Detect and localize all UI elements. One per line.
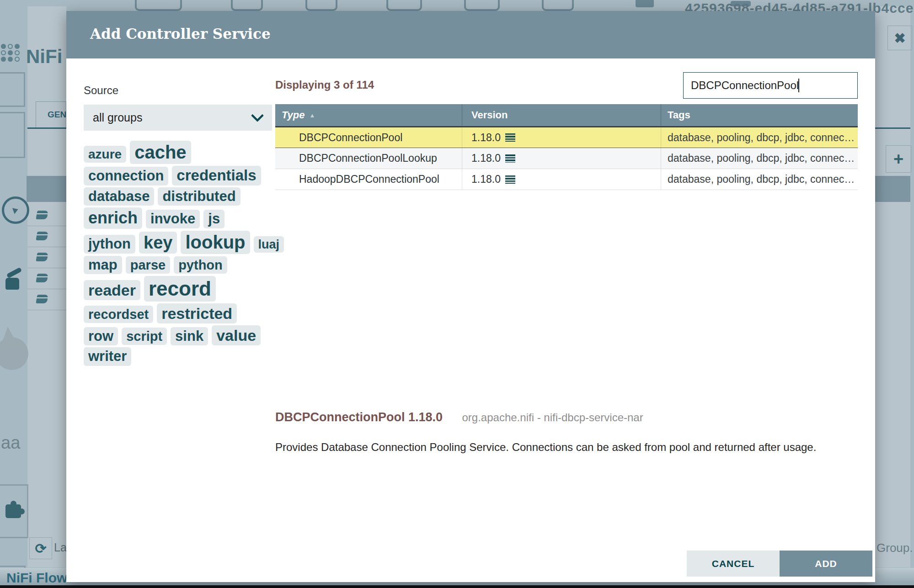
detail-description: Provides Database Connection Pooling Ser… bbox=[275, 441, 858, 454]
tab-underline bbox=[27, 127, 66, 129]
text-caret bbox=[798, 79, 799, 92]
processor-toolbar-icon bbox=[135, 0, 182, 11]
tag-row: writer bbox=[84, 346, 280, 367]
column-header-tags[interactable]: Tags bbox=[661, 104, 858, 126]
tag-chip[interactable]: map bbox=[84, 256, 122, 275]
tag-chip[interactable]: cache bbox=[130, 141, 191, 164]
tag-chip[interactable]: database bbox=[84, 187, 154, 206]
tag-chip[interactable]: recordset bbox=[84, 306, 153, 323]
hand-icon bbox=[5, 270, 24, 290]
tag-chip[interactable]: js bbox=[203, 210, 224, 228]
canvas-shape bbox=[0, 72, 25, 107]
tag-chip[interactable]: connection bbox=[84, 167, 168, 185]
tag-row: enrichinvokejs bbox=[84, 207, 280, 229]
dialog-title: Add Controller Service bbox=[66, 11, 875, 42]
tag-chip[interactable]: restricted bbox=[157, 303, 237, 323]
row-divider bbox=[27, 226, 66, 226]
tag-chip[interactable]: credentials bbox=[172, 166, 261, 185]
row-divider bbox=[27, 247, 66, 247]
puzzle-icon bbox=[5, 504, 21, 518]
detail-head: DBCPConnectionPool 1.18.0 org.apache.nif… bbox=[275, 410, 858, 424]
extension-box bbox=[0, 484, 28, 538]
table-row[interactable]: DBCPConnectionPoolLookup 1.18.0 database… bbox=[275, 148, 858, 169]
cancel-button[interactable]: CANCEL bbox=[687, 551, 780, 577]
table-row[interactable]: DBCPConnectionPool 1.18.0 database, pool… bbox=[275, 127, 858, 148]
tag-row: azurecache bbox=[84, 140, 280, 165]
source-select[interactable]: all groups bbox=[84, 105, 272, 131]
table-row[interactable]: HadoopDBCPConnectionPool 1.18.0 database… bbox=[275, 169, 858, 190]
background-panel-right bbox=[875, 6, 910, 567]
add-controller-service-dialog: Add Controller Service Source all groups… bbox=[66, 11, 875, 582]
tag-row: recordsetrestricted bbox=[84, 302, 280, 324]
cell-type: DBCPConnectionPoolLookup bbox=[275, 148, 462, 169]
tag-chip[interactable]: sink bbox=[171, 327, 208, 346]
result-count: Displaying 3 of 114 bbox=[275, 79, 374, 91]
tag-chip[interactable]: lookup bbox=[181, 231, 250, 254]
cell-tags: database, pooling, dbcp, jdbc, connec… bbox=[661, 169, 858, 190]
tag-chip[interactable]: row bbox=[84, 327, 118, 346]
tag-row: rowscriptsinkvalue bbox=[84, 324, 280, 347]
dialog-body: Source all groups azurecacheconnectioncr… bbox=[66, 58, 875, 582]
tag-chip[interactable]: script bbox=[122, 328, 167, 345]
row-divider bbox=[27, 310, 66, 310]
tab-general-background: GEN bbox=[36, 101, 66, 127]
canvas-shape bbox=[0, 112, 25, 158]
tag-chip[interactable]: parse bbox=[126, 256, 170, 274]
service-detail: DBCPConnectionPool 1.18.0 org.apache.nif… bbox=[275, 410, 858, 454]
tag-row: mapparsepython bbox=[84, 255, 280, 275]
nifi-app: 42593698-ed45-4d85-a791-lb4cce575a55 NiF… bbox=[0, 0, 914, 588]
tag-chip[interactable]: luaj bbox=[254, 236, 284, 253]
dialog-buttons: CANCEL ADD bbox=[687, 551, 872, 577]
tag-chip[interactable]: value bbox=[212, 325, 261, 345]
background-table-header bbox=[27, 176, 66, 202]
cell-version: 1.18.0 bbox=[462, 127, 661, 148]
table-header: Type ▲ Version Tags bbox=[275, 104, 858, 127]
table-body: DBCPConnectionPool 1.18.0 database, pool… bbox=[275, 127, 858, 190]
tag-chip[interactable]: azure bbox=[84, 146, 126, 163]
tag-chip[interactable]: reader bbox=[84, 280, 140, 300]
background-table-header bbox=[875, 176, 910, 202]
group-label: Group. bbox=[877, 541, 913, 555]
close-icon: ✖ bbox=[887, 26, 912, 50]
row-divider bbox=[27, 289, 66, 289]
remote-group-toolbar-icon bbox=[464, 0, 500, 11]
list-icon bbox=[505, 154, 515, 163]
refresh-icon: ⟳ bbox=[29, 537, 52, 559]
tag-row: databasedistributed bbox=[84, 186, 280, 207]
tag-chip[interactable]: python bbox=[174, 256, 227, 274]
tag-chip[interactable]: writer bbox=[84, 347, 131, 366]
column-header-version[interactable]: Version bbox=[462, 104, 661, 126]
cell-tags: database, pooling, dbcp, jdbc, connec… bbox=[661, 148, 858, 169]
row-divider bbox=[27, 268, 66, 268]
detail-title: DBCPConnectionPool 1.18.0 bbox=[275, 410, 443, 424]
template-toolbar-icon bbox=[636, 0, 654, 7]
dialog-header: Add Controller Service bbox=[66, 11, 875, 58]
source-select-value: all groups bbox=[93, 111, 142, 124]
filter-input[interactable] bbox=[683, 72, 858, 99]
tag-chip[interactable]: key bbox=[139, 232, 177, 254]
tag-cloud: azurecacheconnectioncredentialsdatabased… bbox=[84, 140, 280, 367]
bottom-edge bbox=[0, 585, 914, 588]
tag-chip[interactable]: invoke bbox=[146, 210, 200, 228]
source-label: Source bbox=[84, 84, 280, 97]
list-icon bbox=[505, 133, 515, 142]
source-panel: Source all groups azurecacheconnectioncr… bbox=[84, 58, 280, 367]
column-header-type[interactable]: Type ▲ bbox=[275, 104, 462, 126]
tag-row: connectioncredentials bbox=[84, 165, 280, 186]
tag-chip[interactable]: enrich bbox=[84, 207, 142, 228]
filter-wrap bbox=[683, 72, 858, 99]
add-button[interactable]: ADD bbox=[780, 551, 872, 577]
tab-underline bbox=[875, 127, 910, 129]
plus-icon: + bbox=[886, 145, 911, 173]
tag-chip[interactable]: record bbox=[144, 276, 216, 301]
tag-chip[interactable]: distributed bbox=[158, 187, 240, 206]
list-icon bbox=[505, 175, 515, 184]
last-updated-label: La bbox=[54, 541, 67, 554]
breadcrumb: NiFi Flow bbox=[6, 570, 67, 586]
cell-type: DBCPConnectionPool bbox=[275, 127, 462, 148]
tag-chip[interactable]: jython bbox=[84, 235, 135, 254]
navigate-icon bbox=[2, 196, 29, 224]
output-port-toolbar-icon bbox=[305, 0, 337, 11]
sort-asc-icon: ▲ bbox=[310, 112, 315, 119]
process-group-toolbar-icon bbox=[386, 0, 422, 11]
